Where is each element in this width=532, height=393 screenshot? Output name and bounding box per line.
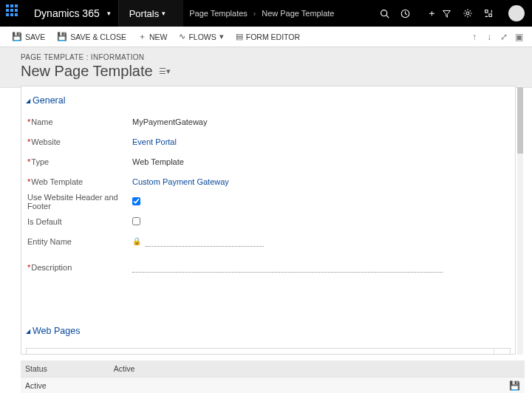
save-close-label: SAVE & CLOSE <box>70 33 126 41</box>
svg-point-3 <box>466 12 469 15</box>
breadcrumb-item-0[interactable]: Page Templates <box>183 9 253 18</box>
save-icon: 💾 <box>12 32 22 41</box>
help-icon[interactable] <box>483 8 504 18</box>
area-label: Portals <box>129 8 159 19</box>
field-web-template-value[interactable]: Custom Payment Gateway <box>132 177 229 186</box>
page-title: New Page Template <box>21 63 153 80</box>
nav-down-icon[interactable]: ↓ <box>482 32 497 42</box>
form-type-label: PAGE TEMPLATE : INFORMATION <box>21 53 532 61</box>
svg-rect-4 <box>485 10 488 13</box>
search-icon[interactable] <box>494 349 510 355</box>
scrollbar-thumb[interactable] <box>517 87 523 154</box>
field-website-value[interactable]: Event Portal <box>132 137 177 146</box>
status-bar: Status Active <box>21 360 525 377</box>
settings-gear-icon[interactable] <box>463 8 483 18</box>
field-type-value[interactable]: Web Template <box>132 157 184 166</box>
field-header-footer-checkbox[interactable] <box>132 197 140 205</box>
section-general-header[interactable]: ◢ General <box>21 86 515 112</box>
recent-icon[interactable] <box>400 9 421 18</box>
footer-save-icon[interactable]: 💾 <box>509 380 520 391</box>
field-header-footer-label: Use Website Header and Footer <box>27 193 132 211</box>
save-close-button[interactable]: 💾 SAVE & CLOSE <box>51 27 132 47</box>
breadcrumb-item-1: New Page Template <box>256 9 340 18</box>
form-panel: ◢ General *Name MyPaymentGateway *Websit… <box>21 86 516 355</box>
new-label: NEW <box>149 33 168 41</box>
svg-line-1 <box>386 15 389 17</box>
save-button[interactable]: 💾 SAVE <box>6 27 51 47</box>
svg-point-0 <box>381 10 387 16</box>
svg-rect-5 <box>489 14 492 17</box>
brand-dropdown-caret[interactable]: ▾ <box>104 10 118 17</box>
footer-state-bar: Active 💾 <box>21 377 525 393</box>
command-bar: 💾 SAVE 💾 SAVE & CLOSE ＋ NEW ∿ FLOWS ▾ ▤ … <box>0 27 532 47</box>
field-name-label: Name <box>31 117 52 126</box>
nav-up-icon[interactable]: ↑ <box>467 32 482 42</box>
search-icon[interactable] <box>380 9 400 18</box>
form-selector-icon[interactable]: ☰▾ <box>159 66 171 76</box>
user-avatar[interactable] <box>508 5 525 21</box>
plus-icon: ＋ <box>138 31 146 42</box>
status-label: Status <box>25 364 47 373</box>
field-entity-name-input[interactable] <box>146 236 264 247</box>
field-is-default-checkbox[interactable] <box>132 217 140 225</box>
subgrid-search-input[interactable] <box>27 349 494 355</box>
brand-name[interactable]: Dynamics 365 <box>30 7 104 19</box>
svg-point-6 <box>499 354 505 355</box>
field-description-label: Description <box>31 263 72 272</box>
new-button[interactable]: ＋ NEW <box>132 27 174 47</box>
form-editor-label: FORM EDITOR <box>246 33 300 41</box>
section-web-pages-label: Web Pages <box>33 326 80 336</box>
save-label: SAVE <box>25 33 45 41</box>
field-website-label: Website <box>31 137 61 146</box>
web-pages-subgrid: Name ↑ Partial URL Parent Page Website D… <box>26 348 511 355</box>
save-close-icon: 💾 <box>57 32 67 41</box>
field-name-value[interactable]: MyPaymentGateway <box>132 117 207 126</box>
section-web-pages-header[interactable]: ◢ Web Pages <box>21 317 515 342</box>
collapse-caret-icon: ◢ <box>26 328 30 335</box>
field-entity-name-label: Entity Name <box>27 237 72 246</box>
global-nav-bar: Dynamics 365 ▾ Portals ▾ Page Templates … <box>0 0 532 27</box>
field-web-template-label: Web Template <box>31 177 83 186</box>
new-record-icon[interactable]: ＋ <box>421 7 442 20</box>
form-editor-button[interactable]: ▤ FORM EDITOR <box>230 27 306 47</box>
field-type-label: Type <box>31 157 49 166</box>
section-general-label: General <box>33 95 65 106</box>
field-is-default-label: Is Default <box>27 217 61 226</box>
popout-icon[interactable]: ⤢ <box>497 32 511 42</box>
flow-icon: ∿ <box>179 32 185 41</box>
filter-icon[interactable] <box>442 9 463 18</box>
flows-label: FLOWS <box>188 33 216 41</box>
field-description-input[interactable] <box>132 262 443 273</box>
collapse-caret-icon: ◢ <box>26 98 30 104</box>
form-scrollbar[interactable] <box>517 86 523 355</box>
form-icon: ▤ <box>236 32 243 41</box>
area-dropdown-caret[interactable]: ▾ <box>159 10 173 17</box>
area-switcher[interactable]: Portals ▾ <box>119 0 183 27</box>
chevron-down-icon: ▾ <box>219 32 224 41</box>
status-value: Active <box>114 364 135 373</box>
lock-icon: 🔒 <box>132 237 141 245</box>
close-form-icon[interactable]: ▣ <box>511 32 526 42</box>
flows-button[interactable]: ∿ FLOWS ▾ <box>173 27 229 47</box>
app-launcher-icon[interactable] <box>6 4 24 22</box>
footer-state-value: Active <box>25 381 47 390</box>
